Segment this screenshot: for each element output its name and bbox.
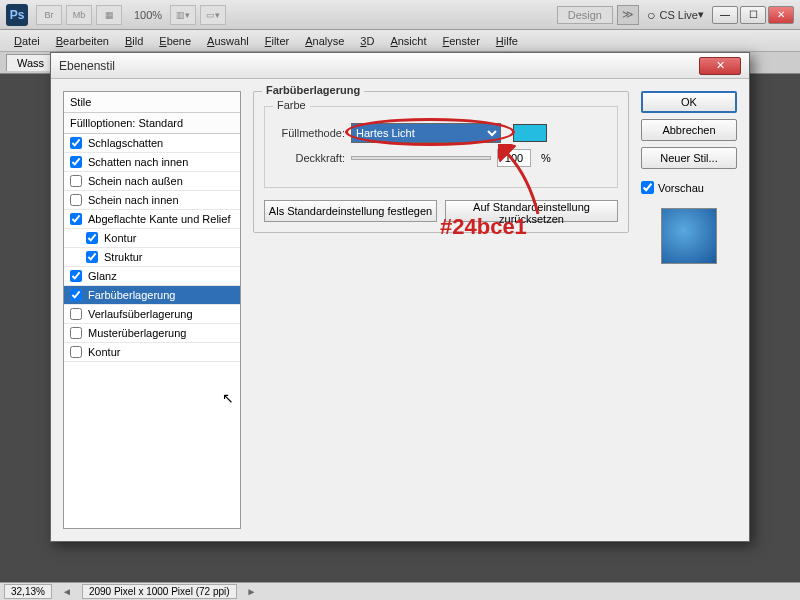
style-row-6[interactable]: Struktur [64,248,240,267]
menu-bild[interactable]: Bild [117,33,151,49]
dialog-close-button[interactable]: ✕ [699,57,741,75]
style-label-4: Abgeflachte Kante und Relief [88,213,231,225]
document-tab[interactable]: Wass [6,54,55,71]
preview-checkbox[interactable] [641,181,654,194]
annotation-text: #24bce1 [440,214,527,240]
status-right-arrow[interactable]: ► [245,586,259,597]
style-checkbox-4[interactable] [70,213,82,225]
style-checkbox-2[interactable] [70,175,82,187]
tool-btn-4[interactable]: ▥▾ [170,5,196,25]
style-label-10: Musterüberlagerung [88,327,186,339]
menu-ansicht[interactable]: Ansicht [382,33,434,49]
fill-options-row[interactable]: Füllloptionen: Standard [64,113,240,134]
style-row-0[interactable]: Schlagschatten [64,134,240,153]
inner-title: Farbe [273,99,310,111]
design-arrow[interactable]: ≫ [617,5,639,25]
style-row-7[interactable]: Glanz [64,267,240,286]
ok-button[interactable]: OK [641,91,737,113]
style-row-9[interactable]: Verlaufsüberlagerung [64,305,240,324]
blend-mode-select[interactable]: Hartes Licht [351,123,501,143]
maximize-button[interactable]: ☐ [740,6,766,24]
style-label-0: Schlagschatten [88,137,163,149]
styles-panel: Stile Füllloptionen: Standard Schlagscha… [63,91,241,529]
menu-3d[interactable]: 3D [352,33,382,49]
menu-filter[interactable]: Filter [257,33,297,49]
dialog-right-panel: OK Abbrechen Neuer Stil... Vorschau [641,91,737,529]
blend-mode-label: Füllmethode: [275,127,345,139]
zoom-label: 100% [134,9,162,21]
status-zoom[interactable]: 32,13% [4,584,52,599]
menu-bearbeiten[interactable]: Bearbeiten [48,33,117,49]
style-label-9: Verlaufsüberlagerung [88,308,193,320]
set-default-button[interactable]: Als Standardeinstellung festlegen [264,200,437,222]
style-row-11[interactable]: Kontur [64,343,240,362]
style-checkbox-10[interactable] [70,327,82,339]
preview-label: Vorschau [658,182,704,194]
style-checkbox-11[interactable] [70,346,82,358]
style-row-4[interactable]: Abgeflachte Kante und Relief [64,210,240,229]
center-panel: Farbüberlagerung Farbe Füllmethode: Hart… [253,91,629,529]
opacity-value[interactable]: 100 [497,149,531,167]
close-button[interactable]: ✕ [768,6,794,24]
opacity-slider[interactable] [351,156,491,160]
style-label-11: Kontur [88,346,120,358]
style-label-1: Schatten nach innen [88,156,188,168]
blend-mode-combo-wrap: Hartes Licht [351,123,501,143]
style-label-8: Farbüberlagerung [88,289,175,301]
style-label-6: Struktur [104,251,143,263]
style-label-7: Glanz [88,270,117,282]
preview-checkbox-row[interactable]: Vorschau [641,181,737,194]
design-button[interactable]: Design [557,6,613,24]
style-checkbox-0[interactable] [70,137,82,149]
menu-fenster[interactable]: Fenster [434,33,487,49]
tool-btn-br[interactable]: Br [36,5,62,25]
status-dims: 2090 Pixel x 1000 Pixel (72 ppi) [82,584,237,599]
layer-style-dialog: Ebenenstil ✕ Stile Füllloptionen: Standa… [50,52,750,542]
tool-btn-5[interactable]: ▭▾ [200,5,226,25]
overlay-color-swatch[interactable] [513,124,547,142]
style-checkbox-8[interactable] [70,289,82,301]
style-row-2[interactable]: Schein nach außen [64,172,240,191]
color-overlay-group: Farbüberlagerung Farbe Füllmethode: Hart… [253,91,629,233]
menu-hilfe[interactable]: Hilfe [488,33,526,49]
cslive-label[interactable]: CS Live ▾ [647,7,704,23]
style-row-10[interactable]: Musterüberlagerung [64,324,240,343]
style-row-3[interactable]: Schein nach innen [64,191,240,210]
menu-analyse[interactable]: Analyse [297,33,352,49]
style-label-3: Schein nach innen [88,194,179,206]
menu-ebene[interactable]: Ebene [151,33,199,49]
app-bar: Ps Br Mb ▦ 100% ▥▾ ▭▾ Design ≫ CS Live ▾… [0,0,800,30]
style-checkbox-9[interactable] [70,308,82,320]
cancel-button[interactable]: Abbrechen [641,119,737,141]
opacity-label: Deckkraft: [275,152,345,164]
style-row-5[interactable]: Kontur [64,229,240,248]
preview-thumbnail [661,208,717,264]
styles-header[interactable]: Stile [64,92,240,113]
style-label-2: Schein nach außen [88,175,183,187]
style-label-5: Kontur [104,232,136,244]
tool-btn-mb[interactable]: Mb [66,5,92,25]
status-left-arrow[interactable]: ◄ [60,586,74,597]
style-checkbox-7[interactable] [70,270,82,282]
style-checkbox-1[interactable] [70,156,82,168]
dialog-titlebar[interactable]: Ebenenstil ✕ [51,53,749,79]
new-style-button[interactable]: Neuer Stil... [641,147,737,169]
menu-auswahl[interactable]: Auswahl [199,33,257,49]
dialog-title: Ebenenstil [59,59,699,73]
style-checkbox-3[interactable] [70,194,82,206]
style-checkbox-6[interactable] [86,251,98,263]
status-bar: 32,13% ◄ 2090 Pixel x 1000 Pixel (72 ppi… [0,582,800,600]
menu-datei[interactable]: Datei [6,33,48,49]
group-title: Farbüberlagerung [262,84,364,96]
style-row-1[interactable]: Schatten nach innen [64,153,240,172]
ps-logo: Ps [6,4,28,26]
minimize-button[interactable]: — [712,6,738,24]
color-inner-group: Farbe Füllmethode: Hartes Licht Deckkraf… [264,106,618,188]
tool-btn-grid[interactable]: ▦ [96,5,122,25]
menu-bar: Datei Bearbeiten Bild Ebene Auswahl Filt… [0,30,800,52]
style-row-8[interactable]: Farbüberlagerung [64,286,240,305]
style-checkbox-5[interactable] [86,232,98,244]
opacity-unit: % [541,152,551,164]
